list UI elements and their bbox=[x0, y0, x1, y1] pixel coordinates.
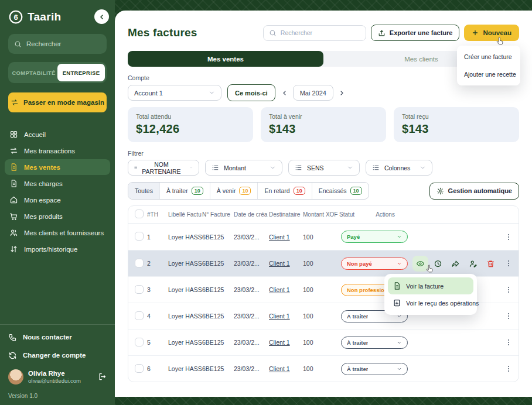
client-link[interactable]: Client 1 bbox=[269, 365, 290, 372]
status-tab-toutes[interactable]: Toutes bbox=[128, 183, 159, 199]
cell-date: 23/03/2... bbox=[234, 365, 269, 372]
prev-month-button[interactable] bbox=[281, 90, 288, 97]
period-button[interactable]: Ce mois-ci bbox=[227, 84, 275, 101]
sidebar-collapse-button[interactable] bbox=[94, 9, 109, 24]
new-label: Nouveau bbox=[483, 29, 511, 36]
status-pill[interactable]: À traiter bbox=[341, 337, 408, 349]
delete-icon[interactable] bbox=[483, 256, 499, 272]
filter-dropdown-label: Colonnes bbox=[384, 164, 410, 171]
sidebar-search[interactable] bbox=[8, 34, 107, 54]
view-invoice-menu-item[interactable]: Voir la facture bbox=[388, 277, 473, 294]
tab-entreprise[interactable]: ENTREPRISE bbox=[57, 64, 105, 81]
user-row: Olivia Rhye olivia@untitledui.com bbox=[8, 369, 107, 385]
status-tab-label: Toutes bbox=[135, 187, 153, 194]
chevron-down-icon bbox=[270, 164, 276, 171]
status-tab-en-retard[interactable]: En retard10 bbox=[257, 183, 311, 199]
sidebar-item-transactions[interactable]: Mes transactions bbox=[5, 143, 110, 159]
menu-item-label: Voir le reçu des opérations bbox=[406, 300, 479, 307]
filter-dropdown[interactable]: NOM PARTENAIRE bbox=[128, 160, 199, 176]
row-menu-button[interactable] bbox=[499, 338, 519, 346]
cell-facture: 6BE125 bbox=[202, 365, 234, 372]
client-link[interactable]: Client 1 bbox=[269, 286, 290, 293]
row-checkbox[interactable] bbox=[135, 364, 144, 373]
account-select[interactable]: Account 1 bbox=[128, 85, 221, 101]
status-pill[interactable]: Payé bbox=[341, 231, 408, 243]
chevron-left-icon bbox=[281, 90, 288, 97]
row-checkbox[interactable] bbox=[135, 232, 144, 241]
row-context-menu: Voir la facture Voir le reçu des opérati… bbox=[384, 274, 477, 315]
sidebar-item-charges[interactable]: Mes charges bbox=[5, 176, 110, 191]
client-link[interactable]: Client 1 bbox=[269, 339, 290, 346]
row-checkbox[interactable] bbox=[135, 259, 144, 267]
invoice-icon bbox=[9, 163, 18, 171]
tab-mes-ventes[interactable]: Mes ventes bbox=[128, 51, 323, 67]
filter-dropdown-label: NOM PARTENAIRE bbox=[142, 161, 180, 175]
cell-date: 23/03/2... bbox=[234, 339, 269, 346]
contact-link[interactable]: Nous contacter bbox=[8, 333, 107, 342]
tab-comptabilite[interactable]: COMPTABILITÉ bbox=[10, 64, 57, 81]
export-invoice-button[interactable]: Exporter une facture bbox=[371, 25, 460, 41]
switch-account-link[interactable]: Changer de compte bbox=[8, 351, 107, 360]
sidebar-item-ventes[interactable]: Mes ventes bbox=[5, 159, 110, 175]
sidebar-search-input[interactable] bbox=[26, 40, 97, 47]
sidebar-item-clients[interactable]: Mes clients et fournisseurs bbox=[5, 225, 110, 241]
user-email: olivia@untitledui.com bbox=[28, 377, 93, 385]
header-libelle: Libellé Factu bbox=[168, 211, 202, 218]
assign-user-icon[interactable] bbox=[465, 256, 481, 272]
logo-row: 6 Taarih bbox=[0, 8, 115, 32]
row-actions bbox=[412, 256, 499, 272]
month-select[interactable]: Mai 2024 bbox=[293, 85, 333, 101]
row-menu-button[interactable] bbox=[499, 233, 519, 241]
sidebar-item-espace[interactable]: Mon espace bbox=[5, 192, 110, 208]
client-link[interactable]: Client 1 bbox=[269, 313, 290, 320]
client-link[interactable]: Client 1 bbox=[269, 260, 290, 267]
switch-mode-button[interactable]: Passer en mode magasin bbox=[8, 92, 107, 112]
view-invoice-icon[interactable] bbox=[412, 256, 428, 272]
row-checkbox[interactable] bbox=[135, 285, 144, 294]
main-search[interactable] bbox=[263, 25, 366, 41]
status-pill-label: Non payé bbox=[347, 260, 372, 267]
new-menu-item[interactable]: Créer une facture bbox=[457, 48, 520, 66]
status-tab-encaisses[interactable]: Encaissés10 bbox=[312, 183, 369, 199]
send-icon[interactable] bbox=[448, 256, 463, 272]
status-row: Toutes À traiter10 À venir10 En retard10… bbox=[128, 182, 519, 200]
status-pill[interactable]: À traiter bbox=[341, 363, 408, 375]
cell-facture: 6BE125 bbox=[202, 260, 234, 267]
client-link[interactable]: Client 1 bbox=[269, 234, 290, 241]
menu-item-label: Voir la facture bbox=[406, 283, 444, 290]
next-month-button[interactable] bbox=[338, 90, 345, 97]
automation-button[interactable]: Gestion automatique bbox=[429, 183, 519, 200]
logout-button[interactable] bbox=[98, 372, 107, 381]
new-button[interactable]: Nouveau bbox=[464, 25, 519, 41]
new-menu-item[interactable]: Ajouter une recette bbox=[457, 66, 520, 83]
row-checkbox[interactable] bbox=[135, 338, 144, 346]
home-icon bbox=[9, 195, 18, 204]
history-icon[interactable] bbox=[430, 256, 446, 272]
filter-dropdown[interactable]: Montant bbox=[205, 160, 282, 176]
status-tab-a-venir[interactable]: À venir10 bbox=[210, 183, 258, 199]
filter-dropdown[interactable]: SENS bbox=[288, 160, 360, 176]
cell-libelle: Loyer HASSM bbox=[168, 365, 202, 372]
status-pill-label: À traiter bbox=[347, 366, 368, 372]
row-checkbox[interactable] bbox=[135, 311, 144, 320]
list-filter-icon bbox=[295, 164, 302, 171]
row-menu-button[interactable] bbox=[499, 365, 519, 373]
view-receipt-menu-item[interactable]: Voir le reçu des opérations bbox=[388, 294, 473, 311]
row-menu-button[interactable] bbox=[499, 286, 519, 294]
status-pill[interactable]: Non payé bbox=[341, 258, 408, 270]
filter-dropdown-label: SENS bbox=[307, 164, 324, 171]
header-statut: Statut bbox=[339, 211, 354, 218]
status-tab-a-traiter[interactable]: À traiter10 bbox=[159, 183, 210, 199]
sidebar-item-label: Imports/historique bbox=[24, 246, 77, 253]
select-all-checkbox[interactable] bbox=[135, 210, 144, 218]
sidebar-item-produits[interactable]: Mes produits bbox=[5, 208, 110, 224]
row-menu-button[interactable] bbox=[499, 312, 519, 320]
row-menu-button[interactable] bbox=[499, 259, 519, 267]
cell-facture: 6BE125 bbox=[202, 313, 234, 320]
main-search-input[interactable] bbox=[281, 29, 351, 36]
sidebar-item-accueil[interactable]: Accueil bbox=[5, 126, 110, 142]
filter-dropdown[interactable]: Colonnes bbox=[366, 160, 432, 176]
table-row: 6 Loyer HASSM 6BE125 23/03/2... Client 1… bbox=[128, 355, 519, 382]
sidebar-item-imports[interactable]: Imports/historique bbox=[5, 241, 110, 257]
document-icon bbox=[9, 179, 18, 188]
